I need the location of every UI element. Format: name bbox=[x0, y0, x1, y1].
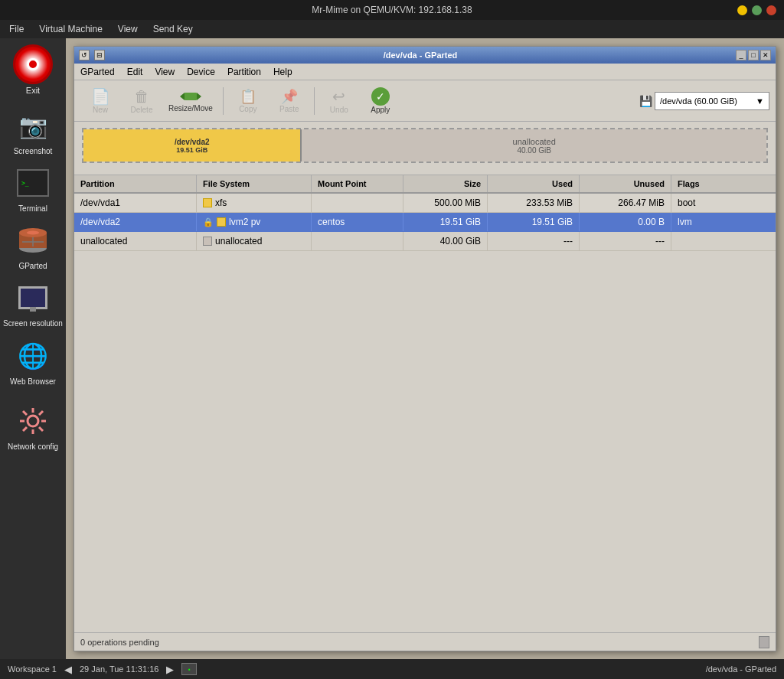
apply-button[interactable]: ✓ Apply bbox=[361, 83, 400, 119]
gparted-minimize-btn[interactable]: _ bbox=[736, 50, 746, 60]
menu-partition[interactable]: Partition bbox=[221, 65, 267, 79]
row2-mountpoint: centos bbox=[312, 213, 403, 231]
menu-file[interactable]: File bbox=[5, 22, 28, 36]
row3-partition: unallocated bbox=[74, 232, 197, 250]
new-label: New bbox=[93, 106, 108, 114]
gparted-close-btn[interactable]: ✕ bbox=[760, 50, 771, 60]
copy-button[interactable]: 📋 Copy bbox=[228, 83, 268, 119]
disk-vda2-size: 19.51 GiB bbox=[176, 146, 207, 154]
network-config-label: Network config bbox=[8, 442, 58, 452]
terminal-label: Terminal bbox=[18, 204, 47, 213]
disk-unalloc-bar[interactable]: unallocated 40.00 GiB bbox=[302, 129, 766, 162]
paste-label: Paste bbox=[279, 105, 299, 113]
row2-unused: 0.00 B bbox=[580, 213, 671, 231]
minimize-button[interactable] bbox=[737, 5, 747, 15]
close-button[interactable] bbox=[766, 5, 776, 15]
menu-gparted[interactable]: GParted bbox=[74, 65, 121, 79]
row3-mountpoint bbox=[312, 232, 403, 250]
gparted-menubar: GParted Edit View Device Partition Help bbox=[74, 64, 776, 80]
table-row[interactable]: /dev/vda2 🔒 lvm2 pv centos 19.51 GiB 19.… bbox=[74, 213, 776, 232]
exit-button[interactable]: Exit bbox=[10, 41, 56, 98]
gparted-refresh-btn[interactable]: ↺ bbox=[79, 50, 90, 60]
svg-point-6 bbox=[28, 416, 38, 426]
gparted-titlebar: ↺ ⊟ /dev/vda - GParted _ □ ✕ bbox=[74, 47, 776, 64]
device-label: /dev/vda (60.00 GiB) bbox=[660, 96, 737, 106]
svg-line-11 bbox=[23, 411, 27, 415]
bottom-bar: Workspace 1 ◀ 29 Jan, Tue 11:31:16 ▶ ▪ /… bbox=[0, 659, 784, 679]
undo-label: Undo bbox=[330, 106, 348, 114]
gparted-maximize-btn[interactable]: □ bbox=[748, 50, 759, 60]
nav-left[interactable]: ◀ bbox=[64, 664, 72, 675]
row3-partition-text: unallocated bbox=[80, 236, 127, 246]
new-button[interactable]: 📄 New bbox=[80, 83, 120, 119]
disk-vda2-label: /dev/vda2 bbox=[175, 138, 210, 146]
row3-filesystem: unallocated bbox=[197, 232, 312, 250]
menu-view[interactable]: View bbox=[113, 22, 142, 36]
datetime: 29 Jan, Tue 11:31:16 bbox=[80, 664, 158, 674]
row2-filesystem: 🔒 lvm2 pv bbox=[197, 213, 312, 231]
row3-unused: --- bbox=[580, 232, 671, 250]
menu-send-key[interactable]: Send Key bbox=[149, 22, 198, 36]
delete-label: Delete bbox=[131, 106, 153, 114]
nav-right[interactable]: ▶ bbox=[166, 664, 174, 675]
screen-resolution-button[interactable]: Screen resolution bbox=[0, 275, 66, 331]
terminal-taskbar-icon[interactable]: ▪ bbox=[181, 663, 197, 675]
row2-partition: /dev/vda2 bbox=[74, 213, 197, 231]
gparted-title: /dev/vda - GParted bbox=[109, 51, 731, 60]
table-row[interactable]: unallocated unallocated 40.00 GiB --- --… bbox=[74, 232, 776, 251]
col-size: Size bbox=[403, 175, 488, 192]
svg-line-12 bbox=[39, 427, 43, 431]
row1-mountpoint bbox=[312, 194, 403, 212]
menu-device[interactable]: Device bbox=[181, 65, 221, 79]
screen-resolution-label: Screen resolution bbox=[3, 319, 63, 328]
svg-line-14 bbox=[23, 427, 27, 431]
menu-edit[interactable]: Edit bbox=[121, 65, 149, 79]
scrollbar-thumb[interactable] bbox=[759, 636, 769, 648]
col-used: Used bbox=[488, 175, 580, 192]
menu-help[interactable]: Help bbox=[267, 65, 299, 79]
disk-visual: /dev/vda2 19.51 GiB unallocated 40.00 Gi… bbox=[74, 122, 776, 175]
network-config-button[interactable]: Network config bbox=[5, 398, 61, 455]
undo-button[interactable]: ↩ Undo bbox=[319, 83, 359, 119]
row3-flags bbox=[671, 232, 733, 250]
row1-unused: 266.47 MiB bbox=[580, 194, 671, 212]
col-filesystem: File System bbox=[197, 175, 312, 192]
copy-label: Copy bbox=[239, 105, 256, 113]
bottom-title: /dev/vda - GParted bbox=[706, 664, 776, 674]
svg-marker-16 bbox=[180, 93, 185, 100]
gparted-label: GParted bbox=[18, 262, 47, 270]
table-row[interactable]: /dev/vda1 xfs 500.00 MiB 233.53 MiB 266.… bbox=[74, 194, 776, 213]
svg-point-3 bbox=[27, 231, 39, 235]
disk-vda2-bar[interactable]: /dev/vda2 19.51 GiB bbox=[83, 129, 302, 162]
web-browser-button[interactable]: 🌐 Web Browser bbox=[7, 333, 59, 389]
resize-move-button[interactable]: Resize/Move bbox=[163, 83, 218, 119]
menu-virtual-machine[interactable]: Virtual Machine bbox=[34, 22, 107, 36]
row1-used: 233.53 MiB bbox=[488, 194, 580, 212]
screenshot-button[interactable]: 📷 Screenshot bbox=[10, 103, 56, 158]
disk-unalloc-label: unallocated bbox=[513, 137, 556, 146]
gparted-button[interactable]: GParted bbox=[10, 217, 56, 273]
row2-size: 19.51 GiB bbox=[403, 213, 488, 231]
col-unused: Unused bbox=[580, 175, 671, 192]
svg-rect-15 bbox=[185, 93, 197, 100]
gparted-home-btn[interactable]: ⊟ bbox=[94, 50, 105, 60]
maximize-button[interactable] bbox=[752, 5, 762, 15]
menu-view[interactable]: View bbox=[149, 65, 181, 79]
device-selector[interactable]: /dev/vda (60.00 GiB) ▼ bbox=[655, 92, 769, 110]
web-browser-label: Web Browser bbox=[10, 377, 56, 386]
partition-table: Partition File System Mount Point Size U… bbox=[74, 175, 776, 632]
col-partition: Partition bbox=[74, 175, 197, 192]
row2-used: 19.51 GiB bbox=[488, 213, 580, 231]
resize-label: Resize/Move bbox=[168, 104, 213, 113]
disk-unalloc-size: 40.00 GiB bbox=[517, 146, 550, 155]
terminal-button[interactable]: >_ Terminal bbox=[10, 160, 56, 216]
window-title: Mr-Mime on QEMU/KVM: 192.168.1.38 bbox=[312, 5, 472, 15]
row2-partition-text: /dev/vda2 bbox=[80, 217, 120, 227]
row3-size: 40.00 GiB bbox=[403, 232, 488, 250]
row1-size: 500.00 MiB bbox=[403, 194, 488, 212]
svg-line-13 bbox=[39, 411, 43, 415]
delete-button[interactable]: 🗑 Delete bbox=[122, 83, 162, 119]
row2-flags: lvm bbox=[671, 213, 733, 231]
col-mountpoint: Mount Point bbox=[312, 175, 403, 192]
paste-button[interactable]: 📌 Paste bbox=[270, 83, 309, 119]
